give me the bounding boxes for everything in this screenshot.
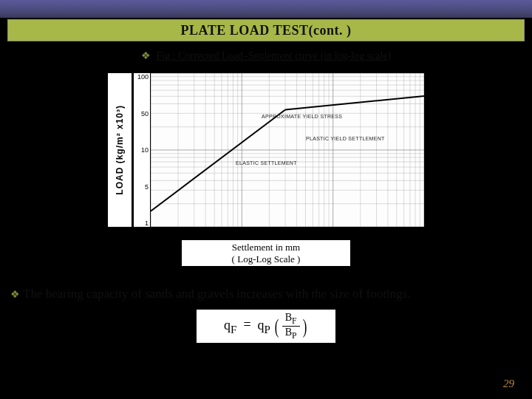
title-bar: PLATE LOAD TEST(cont. ) [7,19,525,41]
slide-title: PLATE LOAD TEST(cont. ) [181,23,352,38]
xtick: 1 [236,228,251,235]
xtick: 10 [324,228,338,235]
annotation-plastic: PLASTIC YIELD SETTLEMENT [306,136,385,142]
annotation-elastic: ELASTIC SETTLEMENT [236,160,297,166]
diamond-bullet-icon: ❖ [10,289,20,300]
y-axis-label-box: LOAD (kg/m² x10³) [107,72,132,228]
xtick: 0.5 [194,228,208,235]
ytick: 5 [145,183,149,191]
x-axis-label-line2: ( Log-Log Scale ) [185,253,347,265]
formula-box: qF = qP ( BF BP ) [196,309,336,344]
chart-plot-area: APPROXIMATE YIELD STRESS PLASTIC YIELD S… [150,72,425,228]
body-text-row: ❖The bearing capacity of sands and grave… [10,286,522,301]
formula-rhs-coeff: qP [258,318,270,332]
x-axis-label-line1: Settlement in mm [185,242,347,253]
header-gradient-band [0,0,532,18]
page-number: 29 [503,378,514,390]
plastic-line [285,96,424,109]
x-axis-label-box: Settlement in mm ( Log-Log Scale ) [181,239,351,267]
y-axis-ticks: 100 50 10 5 1 [134,72,150,228]
formula-fraction: BF BP [282,312,300,341]
xtick: 0.1 [150,228,165,235]
figure-caption: Fig : Corrected Load–Settlement curve (i… [157,50,392,61]
ytick: 1 [145,219,149,227]
body-text: The bearing capacity of sands and gravel… [23,287,410,301]
chart-container: LOAD (kg/m² x10³) 100 50 10 5 1 [107,72,425,267]
xtick: 50 [366,228,381,235]
left-paren-icon: ( [275,315,279,338]
x-axis-ticks: 0.1 0.5 1 5 10 50 100 [150,228,425,235]
diamond-bullet-icon: ❖ [141,50,151,61]
ytick: 100 [137,73,149,81]
xtick: 100 [410,228,425,235]
y-axis-label: LOAD (kg/m² x10³) [115,105,125,195]
ytick: 50 [141,110,149,117]
figure-caption-row: ❖ Fig : Corrected Load–Settlement curve … [0,49,532,62]
chart-svg [151,73,424,227]
xtick: 5 [280,228,295,235]
right-paren-icon: ) [302,315,307,338]
ytick: 10 [141,146,149,154]
formula-lhs: qF [224,318,236,332]
annotation-yield-stress: APPROXIMATE YIELD STRESS [262,114,342,120]
